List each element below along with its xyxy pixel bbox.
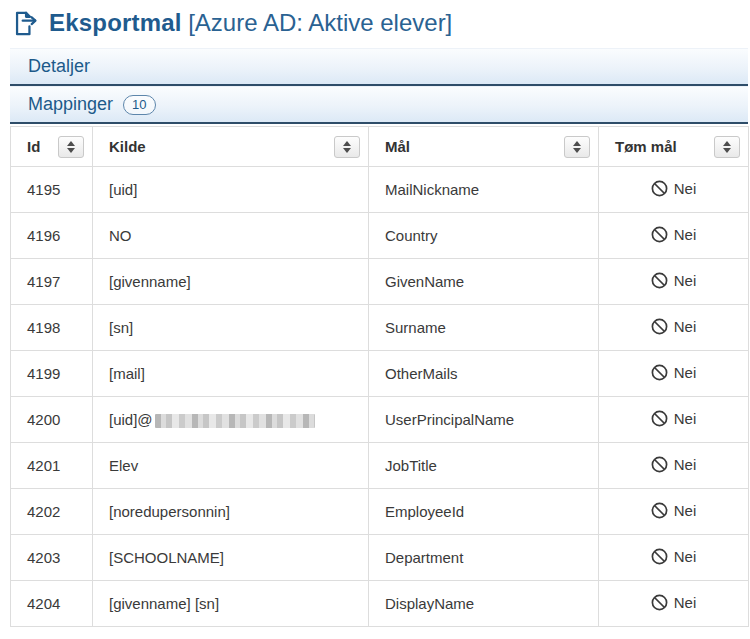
cell-maal: OtherMails — [369, 351, 599, 397]
cell-tom-maal: Nei — [599, 535, 749, 581]
sort-down-arrow — [723, 148, 731, 153]
row-kilde: [mail] — [109, 365, 145, 382]
cell-tom-maal: Nei — [599, 397, 749, 443]
cell-kilde: [givenname] — [93, 259, 369, 305]
cell-maal: UserPrincipalName — [369, 397, 599, 443]
row-tom-maal: Nei — [674, 410, 697, 427]
cell-kilde: [sn] — [93, 305, 369, 351]
no-entry-icon — [651, 226, 668, 243]
mappings-count-badge: 10 — [123, 95, 155, 115]
cell-kilde: NO — [93, 213, 369, 259]
cell-id: 4197 — [11, 259, 93, 305]
cell-tom-maal: Nei — [599, 443, 749, 489]
cell-id: 4201 — [11, 443, 93, 489]
mappings-table: Id Kilde Mål Tøm mål — [10, 126, 749, 627]
column-header-id[interactable]: Id — [11, 127, 93, 167]
row-tom-maal: Nei — [674, 594, 697, 611]
cell-id: 4200 — [11, 397, 93, 443]
table-row: 4203 [SCHOOLNAME] Department Nei — [11, 535, 749, 581]
row-tom-maal: Nei — [674, 226, 697, 243]
cell-maal: Department — [369, 535, 599, 581]
cell-tom-maal: Nei — [599, 581, 749, 627]
table-row: 4198 [sn] Surname Nei — [11, 305, 749, 351]
page-title-text: Eksportmal [Azure AD: Aktive elever] — [49, 9, 452, 37]
table-row: 4195 [uid] MailNickname Nei — [11, 167, 749, 213]
no-entry-icon — [651, 548, 668, 565]
table-row: 4201 Elev JobTitle Nei — [11, 443, 749, 489]
sort-down-arrow — [67, 148, 75, 153]
cell-tom-maal: Nei — [599, 213, 749, 259]
redacted-text — [155, 414, 315, 428]
row-id: 4195 — [27, 181, 60, 198]
sort-arrows-icon[interactable] — [58, 136, 84, 158]
cell-id: 4202 — [11, 489, 93, 535]
row-maal: MailNickname — [385, 181, 479, 198]
column-header-maal[interactable]: Mål — [369, 127, 599, 167]
cell-maal: DisplayName — [369, 581, 599, 627]
no-entry-icon — [651, 180, 668, 197]
row-maal: OtherMails — [385, 365, 458, 382]
page-title: Eksportmal [Azure AD: Aktive elever] — [10, 0, 748, 48]
cell-kilde: [noredupersonnin] — [93, 489, 369, 535]
no-entry-icon — [651, 410, 668, 427]
table-row: 4200 [uid]@ UserPrincipalName Nei — [11, 397, 749, 443]
cell-maal: MailNickname — [369, 167, 599, 213]
cell-id: 4199 — [11, 351, 93, 397]
cell-maal: GivenName — [369, 259, 599, 305]
row-maal: Surname — [385, 319, 446, 336]
cell-kilde: [SCHOOLNAME] — [93, 535, 369, 581]
row-kilde: [givenname] — [109, 273, 191, 290]
sort-up-arrow — [343, 141, 351, 146]
content-area: Eksportmal [Azure AD: Aktive elever] Det… — [10, 0, 748, 627]
panel-detaljer-label: Detaljer — [28, 56, 90, 77]
row-maal: DisplayName — [385, 595, 474, 612]
no-entry-icon — [651, 272, 668, 289]
row-tom-maal: Nei — [674, 364, 697, 381]
cell-maal: Surname — [369, 305, 599, 351]
row-kilde: Elev — [109, 457, 138, 474]
page-title-bold: Eksportmal — [49, 9, 182, 36]
row-maal: Country — [385, 227, 438, 244]
row-maal: UserPrincipalName — [385, 411, 514, 428]
page-title-context: [Azure AD: Aktive elever] — [188, 9, 452, 36]
sort-up-arrow — [573, 141, 581, 146]
cell-tom-maal: Nei — [599, 259, 749, 305]
sort-arrows-icon[interactable] — [564, 136, 590, 158]
table-row: 4204 [givenname] [sn] DisplayName Nei — [11, 581, 749, 627]
table-row: 4197 [givenname] GivenName Nei — [11, 259, 749, 305]
sort-up-arrow — [67, 141, 75, 146]
panel-mappinger[interactable]: Mappinger 10 — [10, 86, 748, 124]
table-header-row: Id Kilde Mål Tøm mål — [11, 127, 749, 167]
row-id: 4200 — [27, 411, 60, 428]
cell-id: 4204 — [11, 581, 93, 627]
sort-down-arrow — [343, 148, 351, 153]
row-kilde: [sn] — [109, 319, 133, 336]
sort-arrows-icon[interactable] — [334, 136, 360, 158]
row-id: 4197 — [27, 273, 60, 290]
sort-arrows-icon[interactable] — [714, 136, 740, 158]
row-kilde: [uid]@ — [109, 411, 153, 428]
row-tom-maal: Nei — [674, 180, 697, 197]
column-label-tom-maal: Tøm mål — [615, 138, 677, 155]
panel-mappinger-label: Mappinger — [28, 94, 113, 115]
row-maal: GivenName — [385, 273, 464, 290]
row-kilde: [givenname] [sn] — [109, 595, 219, 612]
row-id: 4198 — [27, 319, 60, 336]
column-header-kilde[interactable]: Kilde — [93, 127, 369, 167]
row-kilde: [noredupersonnin] — [109, 503, 230, 520]
row-id: 4201 — [27, 457, 60, 474]
row-id: 4196 — [27, 227, 60, 244]
column-label-id: Id — [27, 138, 40, 155]
mappings-table-area: Id Kilde Mål Tøm mål — [10, 126, 748, 627]
cell-maal: EmployeeId — [369, 489, 599, 535]
cell-tom-maal: Nei — [599, 489, 749, 535]
panel-detaljer[interactable]: Detaljer — [10, 48, 748, 86]
column-label-kilde: Kilde — [109, 138, 146, 155]
cell-id: 4198 — [11, 305, 93, 351]
row-id: 4202 — [27, 503, 60, 520]
cell-maal: JobTitle — [369, 443, 599, 489]
cell-kilde: [uid]@ — [93, 397, 369, 443]
column-label-maal: Mål — [385, 138, 410, 155]
cell-tom-maal: Nei — [599, 167, 749, 213]
column-header-tom-maal[interactable]: Tøm mål — [599, 127, 749, 167]
